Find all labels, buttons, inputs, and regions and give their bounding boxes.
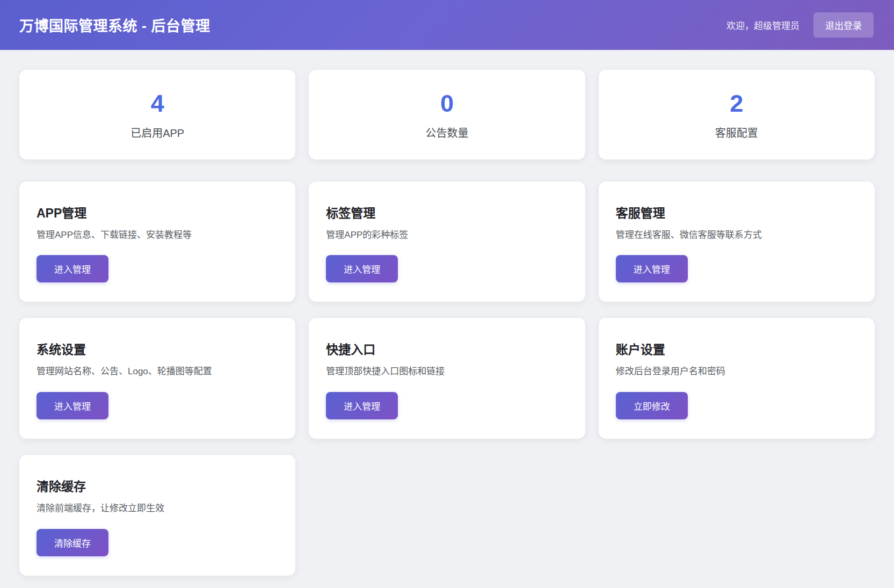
card-title: 系统设置 <box>37 339 278 358</box>
stat-card-customer-service: 2 客服配置 <box>599 70 875 159</box>
main-content: 4 已启用APP 0 公告数量 2 客服配置 APP管理 管理APP信息、下载链… <box>0 50 894 576</box>
stat-value: 2 <box>609 90 864 117</box>
card-customer-service-management: 客服管理 管理在线客服、微信客服等联系方式 进入管理 <box>599 182 875 302</box>
feature-cards-grid: APP管理 管理APP信息、下载链接、安装教程等 进入管理 标签管理 管理APP… <box>19 182 875 576</box>
welcome-text: 欢迎，超级管理员 <box>726 18 799 32</box>
card-description: 管理在线客服、微信客服等联系方式 <box>616 229 857 242</box>
stat-label: 已启用APP <box>30 125 285 140</box>
card-title: 快捷入口 <box>326 339 568 358</box>
card-description: 管理顶部快捷入口图标和链接 <box>326 366 568 378</box>
stats-row: 4 已启用APP 0 公告数量 2 客服配置 <box>19 70 875 159</box>
enter-management-button[interactable]: 进入管理 <box>326 392 398 419</box>
card-title: 账户设置 <box>616 339 857 358</box>
modify-now-button[interactable]: 立即修改 <box>616 392 688 419</box>
card-description: 清除前端缓存，让修改立即生效 <box>37 503 278 515</box>
app-header: 万博国际管理系统 - 后台管理 欢迎，超级管理员 退出登录 <box>0 0 894 50</box>
stat-label: 公告数量 <box>319 125 574 140</box>
card-description: 修改后台登录用户名和密码 <box>616 366 857 378</box>
card-app-management: APP管理 管理APP信息、下载链接、安装教程等 进入管理 <box>19 182 295 302</box>
stat-card-announcements: 0 公告数量 <box>309 70 585 159</box>
admin-dashboard-screen: 万博国际管理系统 - 后台管理 欢迎，超级管理员 退出登录 4 已启用APP 0… <box>0 0 894 588</box>
stat-value: 4 <box>30 90 285 117</box>
enter-management-button[interactable]: 进入管理 <box>37 255 108 282</box>
card-title: 标签管理 <box>326 203 568 221</box>
enter-management-button[interactable]: 进入管理 <box>616 255 688 282</box>
enter-management-button[interactable]: 进入管理 <box>37 392 108 419</box>
header-right: 欢迎，超级管理员 退出登录 <box>726 12 874 38</box>
enter-management-button[interactable]: 进入管理 <box>326 255 398 282</box>
stat-label: 客服配置 <box>609 125 864 140</box>
card-quick-entry: 快捷入口 管理顶部快捷入口图标和链接 进入管理 <box>309 318 585 439</box>
card-description: 管理APP信息、下载链接、安装教程等 <box>37 229 278 242</box>
card-tag-management: 标签管理 管理APP的彩种标签 进入管理 <box>309 182 585 302</box>
card-description: 管理APP的彩种标签 <box>326 229 568 242</box>
clear-cache-button[interactable]: 清除缓存 <box>37 529 108 556</box>
logout-button[interactable]: 退出登录 <box>813 12 874 38</box>
page-title: 万博国际管理系统 - 后台管理 <box>19 14 210 35</box>
card-account-settings: 账户设置 修改后台登录用户名和密码 立即修改 <box>599 318 875 439</box>
card-title: APP管理 <box>37 203 278 221</box>
card-title: 客服管理 <box>616 203 857 221</box>
stat-card-enabled-apps: 4 已启用APP <box>19 70 295 159</box>
stat-value: 0 <box>319 90 574 117</box>
card-clear-cache: 清除缓存 清除前端缓存，让修改立即生效 清除缓存 <box>19 455 295 576</box>
card-title: 清除缓存 <box>37 476 278 495</box>
card-system-settings: 系统设置 管理网站名称、公告、Logo、轮播图等配置 进入管理 <box>19 318 295 439</box>
card-description: 管理网站名称、公告、Logo、轮播图等配置 <box>37 366 278 378</box>
